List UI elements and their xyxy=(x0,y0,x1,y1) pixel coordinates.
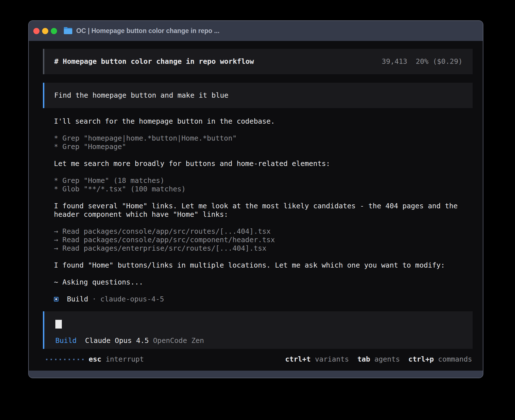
hint-key: tab xyxy=(357,355,370,364)
transcript-line: * Grep "Home" (18 matches) xyxy=(54,176,473,185)
interrupt-key: esc xyxy=(89,355,101,364)
window-title: OC | Homepage button color change in rep… xyxy=(76,27,219,35)
transcript-line: ~ Asking questions... xyxy=(54,278,473,286)
keyboard-hints: ctrl+t variants tab agents ctrl+p comman… xyxy=(285,355,472,364)
agent-name: Build xyxy=(67,295,88,303)
transcript-line xyxy=(54,168,473,176)
transcript-line xyxy=(54,126,473,134)
hint-label: agents xyxy=(374,355,400,364)
input-mode[interactable]: Build xyxy=(55,336,77,345)
spinner-dots xyxy=(46,359,84,360)
status-left: esc interrupt xyxy=(46,355,144,364)
traffic-lights xyxy=(33,28,57,34)
text-cursor xyxy=(55,320,62,329)
hint-key: ctrl+p xyxy=(408,355,434,364)
agent-separator: · xyxy=(92,295,96,303)
transcript-line: Let me search more broadly for buttons a… xyxy=(54,159,473,168)
close-button[interactable] xyxy=(33,28,40,34)
transcript-line: I found several "Home" links. Let me loo… xyxy=(54,202,473,219)
interrupt-label: interrupt xyxy=(106,355,144,364)
transcript-line: → Read packages/console/app/src/routes/[… xyxy=(54,227,473,236)
user-message-text: Find the homepage button and make it blu… xyxy=(54,91,228,100)
status-bar: esc interrupt ctrl+t variants tab agents… xyxy=(43,355,473,364)
session-title: # Homepage button color change in repo w… xyxy=(54,57,254,66)
transcript-line xyxy=(54,270,473,278)
transcript-line xyxy=(54,253,473,261)
hint-key: ctrl+t xyxy=(285,355,311,364)
transcript-line xyxy=(54,193,473,202)
input-meta: Build Claude Opus 4.5 OpenCode Zen xyxy=(55,336,462,345)
transcript-line: * Glob "**/*.tsx" (100 matches) xyxy=(54,185,473,193)
input-provider: OpenCode Zen xyxy=(153,336,204,345)
transcript-line: * Grep "homepage|home.*button|Home.*butt… xyxy=(54,134,473,143)
hint-label: variants xyxy=(315,355,349,364)
assistant-transcript: I'll search for the homepage button in t… xyxy=(54,117,473,286)
prompt-input[interactable]: Build Claude Opus 4.5 OpenCode Zen xyxy=(43,311,473,349)
transcript-line: → Read packages/console/app/src/componen… xyxy=(54,236,473,244)
transcript-line: I'll search for the homepage button in t… xyxy=(54,117,473,126)
context-cost: 20% ($0.29) xyxy=(416,57,462,66)
hint-label: commands xyxy=(438,355,472,364)
transcript-line: I found "Home" buttons/links in multiple… xyxy=(54,261,473,270)
minimize-button[interactable] xyxy=(42,28,48,34)
app-window: OC | Homepage button color change in rep… xyxy=(28,20,483,378)
session-header: # Homepage button color change in repo w… xyxy=(43,49,473,74)
transcript-line: → Read packages/enterprise/src/routes/[.… xyxy=(54,244,473,253)
terminal-content: # Homepage button color change in repo w… xyxy=(29,41,483,371)
titlebar[interactable]: OC | Homepage button color change in rep… xyxy=(29,21,483,41)
keyboard-hint: ctrl+p commands xyxy=(408,355,472,364)
zoom-button[interactable] xyxy=(51,28,57,34)
folder-icon xyxy=(64,28,72,34)
transcript-line xyxy=(54,219,473,227)
session-stats: 39,413 20% ($0.29) xyxy=(382,57,462,66)
agent-model: claude-opus-4-5 xyxy=(100,295,164,303)
token-count: 39,413 xyxy=(382,57,407,66)
window-bottom-edge xyxy=(29,371,483,378)
keyboard-hint: tab agents xyxy=(357,355,400,364)
agent-icon xyxy=(54,297,58,301)
transcript-line: * Grep "Homepage" xyxy=(54,143,473,151)
input-model[interactable]: Claude Opus 4.5 xyxy=(85,336,149,345)
user-message: Find the homepage button and make it blu… xyxy=(43,83,473,108)
transcript-line xyxy=(54,151,473,159)
agent-status-line: Build · claude-opus-4-5 xyxy=(54,295,473,303)
keyboard-hint: ctrl+t variants xyxy=(285,355,349,364)
